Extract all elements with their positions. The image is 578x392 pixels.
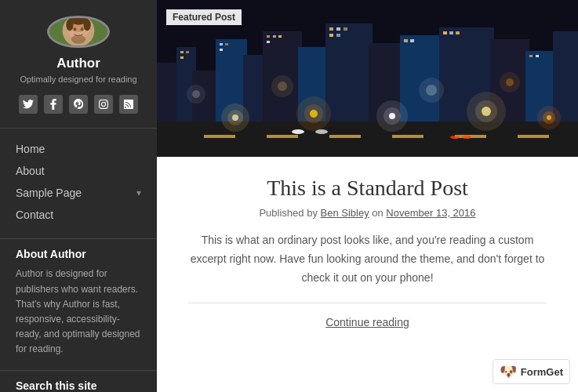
svg-point-8 xyxy=(81,27,84,31)
svg-point-10 xyxy=(65,46,91,48)
author-tagline: Optimally designed for reading xyxy=(12,74,144,84)
svg-rect-29 xyxy=(220,43,223,45)
svg-point-73 xyxy=(278,82,287,91)
svg-rect-34 xyxy=(278,35,282,38)
svg-point-66 xyxy=(482,107,491,116)
instagram-icon[interactable] xyxy=(94,95,113,114)
featured-post-image: Featured Post xyxy=(157,0,578,157)
formget-logo-icon: 🐶 xyxy=(500,363,517,380)
svg-rect-39 xyxy=(329,34,333,37)
post-divider xyxy=(188,303,547,303)
svg-point-57 xyxy=(232,114,238,121)
avatar xyxy=(47,16,110,48)
formget-badge: 🐶 FormGet xyxy=(493,359,570,384)
svg-point-6 xyxy=(83,19,90,31)
svg-point-9 xyxy=(71,34,86,43)
svg-point-81 xyxy=(462,136,471,139)
svg-rect-43 xyxy=(443,31,447,34)
svg-rect-44 xyxy=(449,31,453,34)
author-name: Author xyxy=(56,56,100,71)
svg-point-63 xyxy=(389,113,395,119)
featured-label: Featured Post xyxy=(166,9,242,25)
svg-rect-51 xyxy=(329,135,361,138)
svg-rect-50 xyxy=(267,135,298,138)
svg-rect-54 xyxy=(518,135,549,138)
svg-rect-46 xyxy=(529,55,533,57)
svg-rect-32 xyxy=(267,35,270,38)
svg-rect-42 xyxy=(410,39,414,42)
svg-point-5 xyxy=(66,19,73,31)
post-excerpt: This is what an ordinary post looks like… xyxy=(188,231,547,287)
svg-rect-37 xyxy=(336,27,340,31)
svg-point-71 xyxy=(192,90,200,98)
svg-rect-27 xyxy=(186,51,189,53)
svg-rect-35 xyxy=(267,41,270,43)
chevron-down-icon: ▾ xyxy=(136,187,141,198)
svg-point-69 xyxy=(547,115,551,120)
post-content: This is a Standard Post Published by Ben… xyxy=(157,157,578,347)
about-section-text: Author is designed for publishers who wa… xyxy=(0,267,157,357)
nav-item-home[interactable]: Home xyxy=(16,138,141,160)
svg-rect-38 xyxy=(344,27,347,31)
svg-rect-47 xyxy=(536,55,539,57)
post-author-link[interactable]: Ben Sibley xyxy=(321,207,369,219)
post-date-link[interactable]: November 13, 2016 xyxy=(386,207,475,219)
continue-reading-link[interactable]: Continue reading xyxy=(188,316,547,328)
main-content: Featured Post xyxy=(157,0,578,392)
social-icons xyxy=(19,95,138,114)
svg-point-60 xyxy=(310,110,318,118)
svg-rect-31 xyxy=(220,49,223,51)
svg-rect-49 xyxy=(204,135,235,138)
nav-item-about[interactable]: About xyxy=(16,160,141,182)
svg-rect-40 xyxy=(336,34,340,37)
about-section-title: About Author xyxy=(0,248,157,260)
post-title: This is a Standard Post xyxy=(188,176,547,201)
svg-rect-41 xyxy=(404,39,408,42)
svg-rect-33 xyxy=(273,35,276,38)
svg-point-78 xyxy=(292,129,304,134)
formget-label: FormGet xyxy=(521,366,563,378)
sidebar: Author Optimally designed for reading xyxy=(0,0,157,392)
svg-point-80 xyxy=(450,136,460,139)
facebook-icon[interactable] xyxy=(44,95,63,114)
pinterest-icon[interactable] xyxy=(69,95,88,114)
svg-rect-36 xyxy=(329,27,333,31)
post-meta: Published by Ben Sibley on November 13, … xyxy=(188,207,547,219)
svg-rect-26 xyxy=(180,51,184,53)
nav-item-contact[interactable]: Contact xyxy=(16,204,141,226)
svg-point-7 xyxy=(74,27,77,31)
svg-point-75 xyxy=(426,85,437,96)
svg-rect-45 xyxy=(456,31,460,34)
twitter-icon[interactable] xyxy=(19,95,38,114)
svg-rect-28 xyxy=(180,56,184,59)
nav-menu: Home About Sample Page ▾ Contact xyxy=(0,138,157,226)
svg-point-77 xyxy=(506,78,514,86)
rss-icon[interactable] xyxy=(119,95,138,114)
svg-point-79 xyxy=(315,129,328,134)
search-section-title: Search this site xyxy=(0,379,157,392)
nav-item-sample-page[interactable]: Sample Page ▾ xyxy=(16,182,141,204)
svg-rect-52 xyxy=(392,135,424,138)
svg-rect-30 xyxy=(225,43,228,45)
svg-rect-48 xyxy=(157,122,578,157)
